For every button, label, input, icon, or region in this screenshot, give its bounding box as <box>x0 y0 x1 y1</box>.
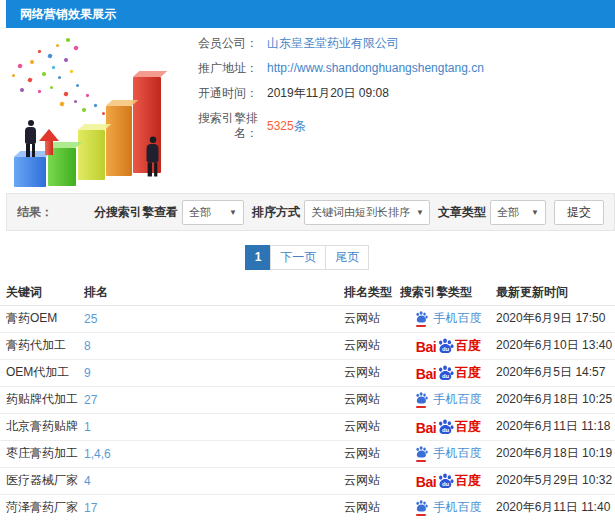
pagination: 1 下一页 尾页 <box>0 245 615 270</box>
results-table: 关键词排名排名类型搜索引擎类型最新更新时间 膏药OEM25云网站手机百度2020… <box>0 280 615 520</box>
updated-time-cell: 2020年6月10日 13:40 <box>496 332 615 359</box>
keyword-cell: 医疗器械厂家 <box>0 467 84 494</box>
company-link[interactable]: 山东皇圣堂药业有限公司 <box>267 36 399 51</box>
keyword-cell: 枣庄膏药加工 <box>0 440 84 467</box>
mobile-baidu-label: 手机百度 <box>434 310 482 327</box>
rank-cell: 4 <box>84 467 344 494</box>
rank-type-cell: 云网站 <box>344 413 400 440</box>
keyword-cell: 膏药OEM <box>0 305 84 332</box>
rank-link[interactable]: 1,4,6 <box>84 447 111 461</box>
bar-chart-orange <box>106 106 132 176</box>
baidu-paw-icon: du <box>437 418 454 436</box>
keyword-cell: 北京膏药贴牌 <box>0 413 84 440</box>
table-header-row: 关键词排名排名类型搜索引擎类型最新更新时间 <box>0 280 615 305</box>
svg-text:du: du <box>442 373 450 379</box>
submit-button[interactable]: 提交 <box>554 200 604 225</box>
page-title: 网络营销效果展示 <box>20 7 116 21</box>
filter-bar: 结果： 分搜索引擎查看 全部 ▼ 排序方式 关键词由短到长排序 ▼ 文章类型 全… <box>6 193 615 231</box>
table-row: OEM代加工9云网站Baidu百度2020年6月5日 14:57 <box>0 359 615 386</box>
engine-type-cell: 手机百度 <box>400 305 496 332</box>
keyword-cell: OEM代加工 <box>0 359 84 386</box>
rank-type-cell: 云网站 <box>344 359 400 386</box>
page-1-button[interactable]: 1 <box>245 245 272 270</box>
next-page-button[interactable]: 下一页 <box>270 245 326 270</box>
svg-text:du: du <box>442 427 450 433</box>
businessman-figure <box>144 137 160 177</box>
column-header: 排名 <box>84 280 344 305</box>
rank-cell: 17 <box>84 494 344 520</box>
updated-time-cell: 2020年5月29日 10:32 <box>496 467 615 494</box>
result-label: 结果： <box>17 204 53 221</box>
last-page-button[interactable]: 尾页 <box>325 245 369 270</box>
updated-time-cell: 2020年6月18日 10:25 <box>496 386 615 413</box>
engine-type-cell: 手机百度 <box>400 386 496 413</box>
engine-rank-label: 搜索引擎排名： <box>180 111 258 141</box>
article-type-select[interactable]: 全部 ▼ <box>490 200 546 225</box>
table-row: 枣庄膏药加工1,4,6云网站手机百度2020年6月18日 10:19 <box>0 440 615 467</box>
updated-time-cell: 2020年6月18日 10:19 <box>496 440 615 467</box>
rank-link[interactable]: 8 <box>84 339 91 353</box>
engine-type-cell: 手机百度 <box>400 494 496 520</box>
bar-chart-blue <box>14 157 46 187</box>
keyword-cell: 菏泽膏药厂家 <box>0 494 84 520</box>
article-type-value: 全部 <box>497 205 519 220</box>
table-row: 菏泽膏药厂家17云网站手机百度2020年6月11日 11:40 <box>0 494 615 520</box>
baidu-mobile-logo: 手机百度 <box>415 445 482 462</box>
sort-filter-value: 关键词由短到长排序 <box>311 205 410 220</box>
baidu-paw-icon: du <box>437 337 454 355</box>
rank-link[interactable]: 4 <box>84 474 91 488</box>
promo-url-link[interactable]: http://www.shandonghuangshengtang.cn <box>267 61 484 76</box>
chevron-down-icon: ▼ <box>416 208 424 217</box>
baidu-mobile-logo: 手机百度 <box>415 499 482 516</box>
mobile-baidu-label: 手机百度 <box>434 445 482 462</box>
engine-type-cell: 手机百度 <box>400 440 496 467</box>
promo-graphic <box>4 34 186 189</box>
baidu-mobile-logo: 手机百度 <box>415 310 482 327</box>
engine-filter-select[interactable]: 全部 ▼ <box>182 200 244 225</box>
app-header: 网络营销效果展示 <box>6 0 615 28</box>
column-header: 关键词 <box>0 280 84 305</box>
updated-time-cell: 2020年6月11日 11:18 <box>496 413 615 440</box>
mobile-baidu-label: 手机百度 <box>434 499 482 516</box>
baidu-paw-icon: du <box>437 364 454 382</box>
rank-type-cell: 云网站 <box>344 386 400 413</box>
businessman-figure <box>23 120 38 157</box>
sort-filter-label: 排序方式 <box>252 204 300 221</box>
engine-filter-label: 分搜索引擎查看 <box>94 204 178 221</box>
baidu-paw-icon <box>415 310 428 324</box>
rank-link[interactable]: 27 <box>84 393 97 407</box>
table-row: 北京膏药贴牌1云网站Baidu百度2020年6月11日 11:18 <box>0 413 615 440</box>
rank-cell: 27 <box>84 386 344 413</box>
info-section: 会员公司： 山东皇圣堂药业有限公司 推广地址： http://www.shand… <box>0 28 615 193</box>
table-body: 膏药OEM25云网站手机百度2020年6月9日 17:50膏药代加工8云网站Ba… <box>0 305 615 520</box>
engine-rank-unit[interactable]: 条 <box>294 119 306 133</box>
updated-time-cell: 2020年6月9日 17:50 <box>496 305 615 332</box>
rank-link[interactable]: 9 <box>84 366 91 380</box>
promo-url-label: 推广地址： <box>180 61 258 76</box>
sort-filter-select[interactable]: 关键词由短到长排序 ▼ <box>304 200 430 225</box>
baidu-pc-logo: Baidu百度 <box>416 418 480 436</box>
updated-time-cell: 2020年6月5日 14:57 <box>496 359 615 386</box>
baidu-pc-logo: Baidu百度 <box>416 364 480 382</box>
engine-rank-count: 5325 <box>267 119 294 133</box>
keyword-cell: 膏药代加工 <box>0 332 84 359</box>
column-header: 最新更新时间 <box>496 280 615 305</box>
mobile-baidu-label: 手机百度 <box>434 391 482 408</box>
rank-cell: 1 <box>84 413 344 440</box>
baidu-paw-icon <box>415 499 428 513</box>
updated-time-cell: 2020年6月11日 11:40 <box>496 494 615 520</box>
rank-type-cell: 云网站 <box>344 305 400 332</box>
engine-rank-row: 搜索引擎排名： 5325条 <box>180 111 615 141</box>
rank-link[interactable]: 25 <box>84 312 97 326</box>
engine-filter-value: 全部 <box>189 205 211 220</box>
baidu-paw-icon <box>415 445 428 459</box>
opened-time-value: 2019年11月20日 09:08 <box>267 86 389 101</box>
engine-type-cell: Baidu百度 <box>400 413 496 440</box>
opened-time-label: 开通时间： <box>180 86 258 101</box>
svg-text:du: du <box>442 346 450 352</box>
rank-type-cell: 云网站 <box>344 440 400 467</box>
rank-link[interactable]: 17 <box>84 501 97 515</box>
rank-cell: 25 <box>84 305 344 332</box>
article-type-label: 文章类型 <box>438 204 486 221</box>
rank-link[interactable]: 1 <box>84 420 91 434</box>
